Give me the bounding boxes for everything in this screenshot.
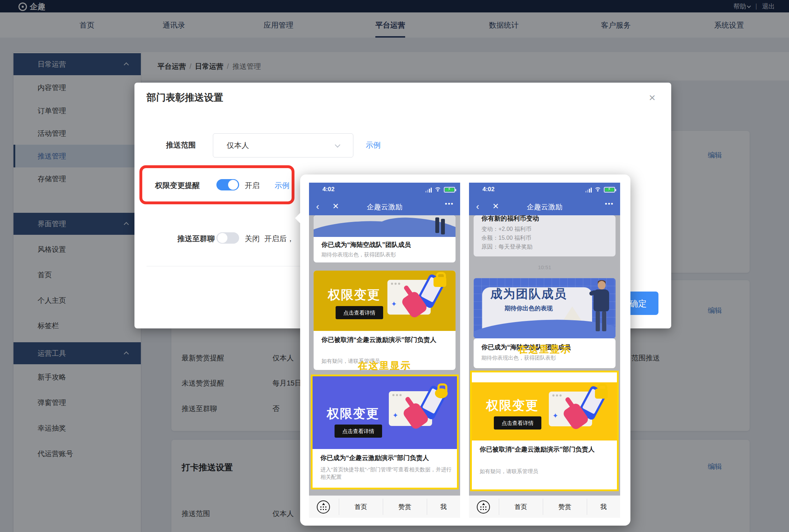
more-icon[interactable]: ••• [605, 200, 614, 208]
phone-app-title: 企趣云激励 [469, 202, 620, 212]
group-chat-note: 开启后， [264, 234, 294, 244]
tab-praise[interactable]: 赞赏 [383, 496, 427, 518]
phone-preview-1: 4:02 ⚡ ‹ ✕ 企趣云激励 ••• 你已成为“海陆空战队”团 [309, 183, 460, 518]
phone1-header: 4:02 ⚡ ‹ ✕ 企趣云激励 ••• [309, 183, 460, 215]
scope-select-value: 仅本人 [227, 134, 249, 157]
tab-home[interactable]: 首页 [499, 496, 543, 518]
coin-line-2: 余额：15.00 福利币 [481, 233, 531, 242]
close-icon[interactable]: × [649, 92, 656, 103]
highlighted-message-card[interactable]: 权限变更 点击查看详情 ✦ 你已成为“企趣云激励演示”部门负责人 进入“首页快捷… [311, 375, 459, 489]
coin-line-1: 变动：+2.00 福利币 [481, 225, 531, 233]
example-popup: 4:02 ⚡ ‹ ✕ 企趣云激励 ••• 你已成为“海陆空战队”团 [300, 174, 630, 526]
view-details-button[interactable]: 点击查看详情 [336, 306, 383, 319]
tab-me[interactable]: 我 [587, 496, 620, 518]
phone2-header: 4:02 ⚡ ‹ ✕ 企趣云激励 ••• [469, 183, 620, 215]
member-banner-image [314, 215, 456, 237]
scope-label: 推送范围 [166, 140, 196, 150]
view-details-button[interactable]: 点击查看详情 [335, 425, 382, 438]
app-root: 企趣 帮助 | 退出 首页 通讯录 应用管理 平台运营 数据统计 客户服务 系统… [0, 0, 789, 532]
phone2-tab-bar: 首页 赞赏 我 [469, 495, 620, 518]
more-icon[interactable]: ••• [445, 200, 454, 208]
status-time: 4:02 [482, 186, 495, 193]
signal-icon [585, 188, 592, 193]
display-here-callout: 在这里显示 [469, 343, 620, 356]
chevron-down-icon [335, 142, 341, 148]
scope-select[interactable]: 仅本人 [213, 133, 353, 157]
signal-icon [425, 188, 432, 193]
permission-illustration: ✦ [547, 387, 611, 436]
permission-illustration: ✦ [387, 386, 451, 436]
highlighted-message-card[interactable]: 权限变更 点击查看详情 ✦ 你已被取消“企趣云激励演示”部门负责人 如有疑问，请… [470, 371, 619, 491]
group-chat-state: 关闭 [245, 234, 260, 244]
view-details-button[interactable]: 点击查看详情 [494, 416, 541, 430]
tab-praise[interactable]: 赞赏 [543, 496, 587, 518]
chat-timestamp: 10:51 [469, 264, 620, 270]
businessman-illustration [589, 280, 612, 337]
group-chat-label: 推送至群聊 [177, 234, 215, 244]
message-card-coin[interactable]: 你有新的福利币变动 变动：+2.00 福利币 余额：15.00 福利币 原因：每… [474, 215, 616, 256]
toggle-knob [217, 233, 227, 243]
launcher-icon[interactable] [477, 500, 490, 514]
modal-title: 部门表彰推送设置 [147, 91, 223, 104]
status-time: 4:02 [322, 186, 335, 193]
display-here-callout: 在这里显示 [309, 359, 460, 372]
scope-example-link[interactable]: 示例 [366, 140, 381, 150]
wifi-icon [434, 187, 441, 193]
message-card-member[interactable]: 你已成为“海陆空战队”团队成员 期待你表现出色，获得团队表彰 [314, 215, 456, 262]
wifi-icon [594, 187, 601, 193]
tab-home[interactable]: 首页 [339, 496, 383, 518]
permission-banner-blue: 权限变更 点击查看详情 ✦ [313, 376, 457, 449]
permission-banner-yellow: 权限变更 点击查看详情 ✦ [314, 271, 456, 331]
battery-icon: ⚡ [604, 187, 615, 193]
message-card-revoked[interactable]: 权限变更 点击查看详情 ✦ 你已被取消“企趣云激励演示”部门负责人 如有疑问，请… [314, 271, 456, 370]
tab-me[interactable]: 我 [427, 496, 460, 518]
permission-banner-yellow: 权限变更 点击查看详情 ✦ [472, 382, 617, 440]
phone-preview-2: 4:02 ⚡ ‹ ✕ 企趣云激励 ••• 你有新的福利币变动 变动：+2.00 … [469, 183, 620, 518]
group-chat-toggle[interactable] [216, 232, 239, 244]
battery-icon: ⚡ [444, 187, 455, 193]
launcher-icon[interactable] [317, 500, 330, 514]
coin-line-3: 原因：每天登录奖励 [481, 242, 533, 251]
phone-app-title: 企趣云激励 [309, 202, 460, 212]
permission-illustration: ✦ [386, 275, 450, 325]
highlight-red-box [139, 165, 294, 204]
phone1-tab-bar: 首页 赞赏 我 [309, 495, 460, 518]
message-card-team[interactable]: 成为团队成员 期待你出色的表现 [474, 278, 616, 338]
